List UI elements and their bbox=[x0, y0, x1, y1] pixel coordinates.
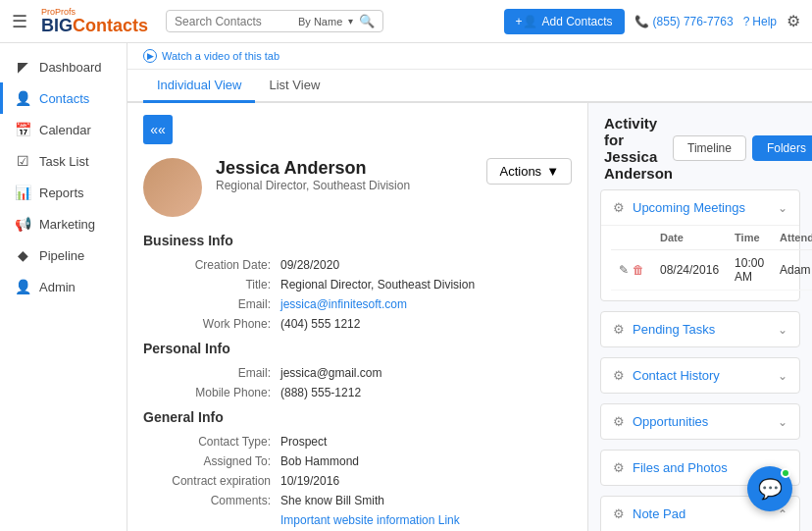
gear-icon-4: ⚙ bbox=[613, 414, 625, 429]
contacts-icon: 👤 bbox=[14, 90, 31, 106]
search-icon[interactable]: 🔍 bbox=[359, 14, 375, 28]
phone-icon: 📞 bbox=[634, 15, 649, 28]
logo: ProProfs BIGContacts bbox=[41, 8, 148, 34]
personal-email-row: Email: jessica@gmail.com bbox=[143, 366, 572, 380]
chevron-down-icon-3: ⌄ bbox=[778, 415, 787, 429]
contact-detail: «« Jessica Anderson Regional Director, S… bbox=[127, 103, 812, 531]
phone-link[interactable]: 📞 (855) 776-7763 bbox=[634, 15, 734, 28]
contact-type-label: Contact Type: bbox=[143, 435, 280, 449]
upcoming-meetings-body: Date Time Attendees Subject bbox=[601, 225, 799, 300]
video-icon: ▶ bbox=[143, 49, 157, 63]
delete-icon[interactable]: 🗑 bbox=[633, 263, 644, 277]
contact-job-title: Regional Director, Southeast Division bbox=[216, 179, 473, 192]
chevron-down-icon: ⌄ bbox=[778, 323, 787, 337]
accordion-upcoming-meetings-header[interactable]: ⚙ Upcoming Meetings ⌄ bbox=[601, 190, 799, 225]
accordion-upcoming-meetings: ⚙ Upcoming Meetings ⌄ Date Time Atte bbox=[600, 189, 800, 301]
gear-icon-2: ⚙ bbox=[613, 322, 625, 337]
accordion-contact-history: ⚙ Contact History ⌄ bbox=[600, 357, 800, 394]
tab-folders[interactable]: Folders bbox=[752, 135, 812, 161]
accordion-contact-history-header[interactable]: ⚙ Contact History ⌄ bbox=[601, 358, 799, 393]
tab-bar: Individual View List View bbox=[127, 70, 812, 103]
add-person-icon: +👤 bbox=[516, 15, 537, 28]
sidebar-item-dashboard[interactable]: ◤ Dashboard bbox=[0, 51, 127, 82]
contact-history-title: Contact History bbox=[633, 368, 778, 383]
activity-header: Activity for Jessica Anderson Timeline F… bbox=[588, 103, 812, 189]
contact-header: Jessica Anderson Regional Director, Sout… bbox=[143, 158, 572, 217]
col-actions bbox=[611, 226, 652, 250]
col-date: Date bbox=[652, 226, 727, 250]
chat-icon: 💬 bbox=[758, 477, 783, 501]
email-link[interactable]: jessica@infinitesoft.com bbox=[280, 297, 407, 311]
contact-type-row: Contact Type: Prospect bbox=[143, 435, 572, 449]
contact-name: Jessica Anderson bbox=[216, 158, 473, 179]
help-link[interactable]: ? Help bbox=[743, 15, 777, 28]
comments-label: Comments: bbox=[143, 494, 280, 507]
accordion-pending-tasks: ⚙ Pending Tasks ⌄ bbox=[600, 311, 800, 347]
sidebar-item-tasklist[interactable]: ☑ Task List bbox=[0, 145, 127, 177]
meeting-date: 08/24/2016 bbox=[652, 250, 727, 291]
video-bar: ▶ Watch a video of this tab bbox=[127, 43, 812, 70]
meeting-time: 10:00 AM bbox=[727, 250, 772, 291]
contact-type-value: Prospect bbox=[280, 435, 327, 449]
sidebar-item-reports[interactable]: 📊 Reports bbox=[0, 177, 127, 208]
assigned-value: Bob Hammond bbox=[280, 454, 359, 468]
opportunities-title: Opportunities bbox=[633, 414, 778, 429]
sidebar-item-calendar[interactable]: 📅 Calendar bbox=[0, 114, 127, 145]
row-actions: ✎ 🗑 bbox=[611, 250, 652, 291]
search-by-label: By Name bbox=[298, 16, 342, 27]
main-layout: ◤ Dashboard 👤 Contacts 📅 Calendar ☑ Task… bbox=[0, 43, 812, 531]
actions-button[interactable]: Actions ▼ bbox=[486, 158, 572, 185]
gear-icon-3: ⚙ bbox=[613, 368, 625, 383]
sidebar-item-contacts[interactable]: 👤 Contacts bbox=[0, 82, 127, 114]
marketing-icon: 📢 bbox=[14, 216, 31, 232]
note-pad-title: Note Pad bbox=[633, 506, 778, 521]
chevron-down-icon-2: ⌄ bbox=[778, 369, 787, 383]
add-contact-button[interactable]: +👤 Add Contacts bbox=[504, 9, 625, 34]
admin-icon: 👤 bbox=[14, 279, 31, 294]
contract-value: 10/19/2016 bbox=[280, 474, 339, 488]
sidebar-item-pipeline[interactable]: ◆ Pipeline bbox=[0, 239, 127, 271]
contract-label: Contract expiration bbox=[143, 474, 280, 488]
col-time: Time bbox=[727, 226, 772, 250]
table-row: ✎ 🗑 08/24/2016 10:00 AM Adam Y Follow Up bbox=[611, 250, 812, 291]
dashboard-icon: ◤ bbox=[14, 59, 31, 75]
work-phone-value: (404) 555 1212 bbox=[280, 317, 360, 331]
email-value: jessica@infinitesoft.com bbox=[280, 297, 407, 311]
hamburger-icon[interactable]: ☰ bbox=[12, 11, 27, 32]
edit-icon[interactable]: ✎ bbox=[619, 263, 629, 277]
title-value: Regional Director, Southeast Division bbox=[280, 278, 475, 292]
left-panel: «« Jessica Anderson Regional Director, S… bbox=[127, 103, 588, 531]
sidebar-item-admin[interactable]: 👤 Admin bbox=[0, 271, 127, 302]
comments2-link[interactable]: Important website information Link bbox=[280, 513, 460, 527]
reports-icon: 📊 bbox=[14, 185, 31, 200]
topbar: ☰ ProProfs BIGContacts By Name ▾ 🔍 +👤 Ad… bbox=[0, 0, 812, 43]
accordion-opportunities-header[interactable]: ⚙ Opportunities ⌄ bbox=[601, 404, 799, 439]
assigned-label: Assigned To: bbox=[143, 454, 280, 468]
assigned-row: Assigned To: Bob Hammond bbox=[143, 454, 572, 468]
meeting-attendees: Adam Y bbox=[772, 250, 812, 291]
gear-icon-5: ⚙ bbox=[613, 460, 625, 475]
comments2-value: Important website information Link bbox=[280, 513, 460, 527]
settings-icon[interactable]: ⚙ bbox=[787, 12, 800, 30]
tab-timeline[interactable]: Timeline bbox=[673, 135, 746, 161]
collapse-button[interactable]: «« bbox=[143, 115, 173, 144]
search-bar: By Name ▾ 🔍 bbox=[166, 10, 383, 32]
tab-individual-view[interactable]: Individual View bbox=[143, 70, 255, 103]
upcoming-meetings-table: Date Time Attendees Subject bbox=[611, 226, 812, 291]
creation-date-row: Creation Date: 09/28/2020 bbox=[143, 258, 572, 272]
search-input[interactable] bbox=[175, 15, 292, 28]
comments-row: Comments: She know Bill Smith bbox=[143, 494, 572, 507]
work-phone-row: Work Phone: (404) 555 1212 bbox=[143, 317, 572, 331]
work-phone-label: Work Phone: bbox=[143, 317, 280, 331]
title-label: Title: bbox=[143, 278, 280, 292]
chat-button[interactable]: 💬 bbox=[747, 466, 792, 511]
calendar-icon: 📅 bbox=[14, 122, 31, 137]
creation-date-label: Creation Date: bbox=[143, 258, 280, 272]
accordion-pending-tasks-header[interactable]: ⚙ Pending Tasks ⌄ bbox=[601, 312, 799, 346]
settings-gear-icon: ⚙ bbox=[613, 200, 625, 215]
sidebar-item-marketing[interactable]: 📢 Marketing bbox=[0, 208, 127, 239]
help-icon: ? bbox=[743, 15, 750, 28]
email-label: Email: bbox=[143, 297, 280, 311]
tab-list-view[interactable]: List View bbox=[255, 70, 333, 103]
comments2-row: Important website information Link bbox=[143, 513, 572, 527]
